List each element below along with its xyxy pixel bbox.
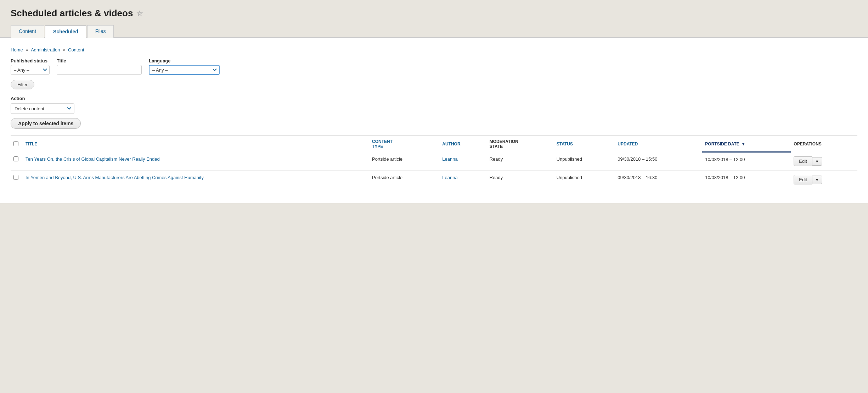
breadcrumb-administration[interactable]: Administration bbox=[31, 47, 60, 52]
row1-title-cell: Ten Years On, the Crisis of Global Capit… bbox=[23, 152, 369, 171]
row2-content-type: Portside article bbox=[369, 171, 439, 189]
th-content-type[interactable]: CONTENTTYPE bbox=[369, 135, 439, 152]
language-filter-label: Language bbox=[149, 58, 220, 63]
th-updated[interactable]: UPDATED bbox=[615, 135, 702, 152]
th-moderation-state[interactable]: MODERATIONSTATE bbox=[487, 135, 554, 152]
select-all-checkbox[interactable] bbox=[13, 141, 18, 146]
table-row: In Yemen and Beyond, U.S. Arms Manufactu… bbox=[11, 171, 857, 189]
row1-moderation-state: Ready bbox=[487, 152, 554, 171]
row2-status: Unpublished bbox=[554, 171, 615, 189]
row1-operations: Edit ▼ bbox=[791, 152, 857, 171]
filters-row: Published status – Any – Published Unpub… bbox=[11, 58, 857, 75]
table-row: Ten Years On, the Crisis of Global Capit… bbox=[11, 152, 857, 171]
action-section: Action Delete content Publish content Un… bbox=[11, 96, 857, 129]
row2-updated: 09/30/2018 – 16:30 bbox=[615, 171, 702, 189]
row1-author-link[interactable]: Leanna bbox=[442, 156, 457, 162]
th-checkbox bbox=[11, 135, 23, 152]
breadcrumb-home[interactable]: Home bbox=[11, 47, 23, 52]
row2-title-link[interactable]: In Yemen and Beyond, U.S. Arms Manufactu… bbox=[26, 175, 204, 180]
row2-author-cell: Leanna bbox=[439, 171, 486, 189]
tab-files[interactable]: Files bbox=[87, 25, 114, 38]
row1-checkbox-cell bbox=[11, 152, 23, 171]
row2-edit-btn-group: Edit ▼ bbox=[794, 175, 853, 184]
row1-content-type: Portside article bbox=[369, 152, 439, 171]
action-select[interactable]: Delete content Publish content Unpublish… bbox=[11, 103, 74, 114]
apply-to-selected-button[interactable]: Apply to selected items bbox=[11, 118, 81, 129]
row2-edit-dropdown-button[interactable]: ▼ bbox=[812, 176, 822, 184]
row2-checkbox[interactable] bbox=[13, 175, 18, 180]
row1-checkbox[interactable] bbox=[13, 156, 18, 161]
content-table: TITLE CONTENTTYPE AUTHOR MODERATIONSTATE… bbox=[11, 135, 857, 189]
language-filter: Language – Any – English Spanish bbox=[149, 58, 220, 75]
favorite-star-icon[interactable]: ☆ bbox=[136, 9, 143, 18]
published-status-filter: Published status – Any – Published Unpub… bbox=[11, 58, 50, 75]
tab-scheduled[interactable]: Scheduled bbox=[45, 25, 86, 38]
th-status[interactable]: STATUS bbox=[554, 135, 615, 152]
language-select[interactable]: – Any – English Spanish bbox=[149, 65, 220, 75]
page-wrapper: Scheduled articles & videos ☆ Content Sc… bbox=[0, 0, 868, 393]
row2-operations: Edit ▼ bbox=[791, 171, 857, 189]
row2-portside-date: 10/08/2018 – 12:00 bbox=[702, 171, 791, 189]
breadcrumb: Home » Administration » Content bbox=[11, 44, 857, 58]
title-filter: Title bbox=[57, 58, 142, 75]
tabs-bar: Content Scheduled Files bbox=[0, 24, 868, 38]
row1-portside-date: 10/08/2018 – 12:00 bbox=[702, 152, 791, 171]
th-author[interactable]: AUTHOR bbox=[439, 135, 486, 152]
breadcrumb-sep-1: » bbox=[26, 47, 29, 52]
main-content: Home » Administration » Content Publishe… bbox=[0, 38, 868, 203]
th-operations: OPERATIONS bbox=[791, 135, 857, 152]
action-label: Action bbox=[11, 96, 857, 101]
published-status-select[interactable]: – Any – Published Unpublished bbox=[11, 65, 50, 75]
tab-content[interactable]: Content bbox=[11, 25, 44, 38]
row2-title-cell: In Yemen and Beyond, U.S. Arms Manufactu… bbox=[23, 171, 369, 189]
th-portside-date[interactable]: PORTSIDE DATE ▼ bbox=[702, 135, 791, 152]
row2-author-link[interactable]: Leanna bbox=[442, 175, 457, 180]
published-status-label: Published status bbox=[11, 58, 50, 63]
sort-arrow-icon: ▼ bbox=[741, 142, 745, 146]
action-select-wrapper: Delete content Publish content Unpublish… bbox=[11, 103, 857, 114]
page-title: Scheduled articles & videos ☆ bbox=[11, 8, 857, 19]
row1-author-cell: Leanna bbox=[439, 152, 486, 171]
row1-edit-btn-group: Edit ▼ bbox=[794, 156, 853, 166]
title-filter-label: Title bbox=[57, 58, 142, 63]
row1-edit-button[interactable]: Edit bbox=[794, 156, 812, 166]
row1-status: Unpublished bbox=[554, 152, 615, 171]
table-header-row: TITLE CONTENTTYPE AUTHOR MODERATIONSTATE… bbox=[11, 135, 857, 152]
page-title-text: Scheduled articles & videos bbox=[11, 8, 133, 19]
breadcrumb-content[interactable]: Content bbox=[68, 47, 84, 52]
row2-edit-button[interactable]: Edit bbox=[794, 175, 812, 184]
row1-edit-dropdown-button[interactable]: ▼ bbox=[812, 157, 822, 166]
row1-updated: 09/30/2018 – 15:50 bbox=[615, 152, 702, 171]
row2-moderation-state: Ready bbox=[487, 171, 554, 189]
filter-button[interactable]: Filter bbox=[11, 80, 34, 89]
th-title[interactable]: TITLE bbox=[23, 135, 369, 152]
row2-checkbox-cell bbox=[11, 171, 23, 189]
title-filter-input[interactable] bbox=[57, 65, 142, 75]
breadcrumb-sep-2: » bbox=[63, 47, 67, 52]
page-title-area: Scheduled articles & videos ☆ bbox=[0, 0, 868, 24]
row1-title-link[interactable]: Ten Years On, the Crisis of Global Capit… bbox=[26, 156, 160, 162]
